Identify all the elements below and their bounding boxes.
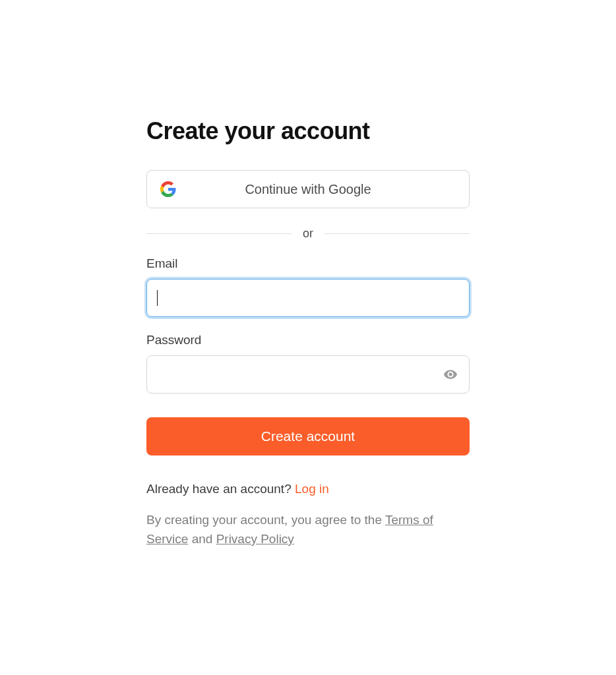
password-input[interactable] — [146, 355, 470, 394]
login-row: Already have an account? Log in — [146, 482, 470, 496]
email-input-wrapper — [146, 279, 470, 317]
eye-icon[interactable] — [443, 367, 458, 382]
password-input-wrapper — [146, 355, 470, 394]
email-label: Email — [146, 256, 470, 271]
google-button-label: Continue with Google — [245, 182, 371, 197]
divider-text: or — [292, 227, 324, 241]
privacy-policy-link[interactable]: Privacy Policy — [216, 532, 294, 546]
google-icon — [160, 181, 176, 197]
password-field-group: Password — [146, 333, 470, 394]
login-prompt: Already have an account? — [146, 482, 295, 496]
signup-form: Create your account Continue with Google… — [146, 0, 470, 548]
divider: or — [146, 227, 470, 241]
legal-text: By creating your account, you agree to t… — [146, 511, 470, 548]
continue-with-google-button[interactable]: Continue with Google — [146, 170, 470, 208]
create-account-button[interactable]: Create account — [146, 417, 470, 455]
divider-line-right — [324, 233, 470, 234]
email-input[interactable] — [146, 279, 470, 317]
divider-line-left — [146, 233, 292, 234]
text-cursor — [157, 290, 158, 306]
email-field-group: Email — [146, 256, 470, 317]
password-label: Password — [146, 333, 470, 347]
login-link[interactable]: Log in — [295, 482, 329, 496]
page-title: Create your account — [146, 117, 470, 145]
legal-mid: and — [188, 532, 216, 546]
legal-prefix: By creating your account, you agree to t… — [146, 513, 385, 527]
